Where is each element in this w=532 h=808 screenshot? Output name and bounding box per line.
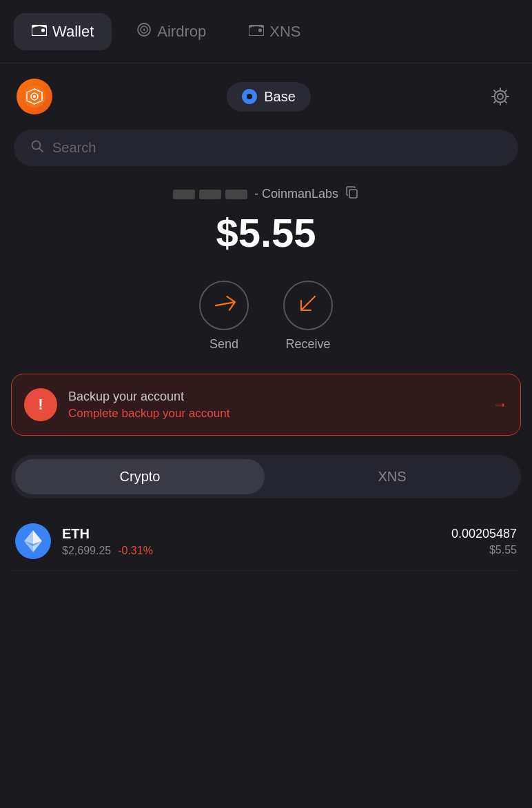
backup-arrow-icon: → — [493, 396, 508, 414]
address-block-3 — [225, 190, 247, 199]
top-nav: Wallet Airdrop XNS — [0, 0, 532, 63]
address-block-1 — [173, 190, 195, 199]
eth-value: $5.55 — [451, 544, 517, 556]
search-placeholder: Search — [52, 140, 96, 156]
xns-tab-label: XNS — [378, 469, 406, 484]
backup-title: Backup your account — [68, 390, 482, 404]
receive-label: Receive — [285, 337, 330, 352]
copy-icon[interactable] — [345, 185, 359, 203]
airdrop-icon — [136, 22, 152, 41]
tab-crypto[interactable]: Crypto — [15, 459, 265, 494]
crypto-tab-label: Crypto — [120, 469, 161, 484]
eth-amounts: 0.00205487 $5.55 — [451, 527, 517, 556]
backup-banner[interactable]: ! Backup your account Complete backup yo… — [11, 374, 521, 436]
xns-tab-label: XNS — [269, 23, 300, 41]
tab-xns-assets[interactable]: XNS — [267, 459, 517, 494]
wallet-icon — [32, 23, 47, 39]
address-block-2 — [199, 190, 221, 199]
search-icon — [30, 139, 44, 156]
network-indicator — [242, 89, 257, 104]
receive-circle — [283, 281, 333, 330]
svg-point-10 — [498, 94, 503, 99]
tab-airdrop[interactable]: Airdrop — [119, 12, 224, 50]
eth-change: -0.31% — [118, 545, 153, 557]
wallet-address — [173, 190, 247, 199]
eth-price-row: $2,699.25 -0.31% — [62, 545, 440, 557]
svg-rect-1 — [41, 29, 45, 32]
send-circle — [199, 281, 249, 330]
eth-balance: 0.00205487 — [451, 527, 517, 541]
eth-name: ETH — [62, 526, 440, 542]
eth-logo — [15, 523, 51, 559]
wallet-address-row: - CoinmanLabs — [14, 185, 518, 203]
wallet-info: - CoinmanLabs $5.55 — [0, 179, 532, 274]
header-row: Base — [0, 63, 532, 130]
svg-point-11 — [495, 91, 507, 103]
send-label: Send — [209, 337, 238, 352]
airdrop-tab-label: Airdrop — [157, 23, 206, 41]
svg-rect-6 — [258, 29, 262, 32]
search-container: Search — [0, 130, 532, 179]
wallet-balance: $5.55 — [14, 210, 518, 256]
svg-point-9 — [33, 95, 36, 98]
wallet-name: - CoinmanLabs — [254, 187, 338, 201]
tab-xns[interactable]: XNS — [231, 13, 318, 50]
network-name: Base — [264, 89, 296, 105]
receive-icon — [298, 294, 318, 318]
send-icon — [209, 290, 238, 321]
svg-point-4 — [143, 29, 145, 31]
svg-rect-13 — [349, 190, 357, 198]
eth-info: ETH $2,699.25 -0.31% — [62, 526, 440, 557]
receive-button[interactable]: Receive — [283, 281, 333, 352]
coin-list: ETH $2,699.25 -0.31% 0.00205487 $5.55 — [0, 512, 532, 571]
network-badge[interactable]: Base — [227, 82, 311, 112]
action-buttons: Send Receive — [0, 274, 532, 368]
search-bar[interactable]: Search — [14, 130, 518, 166]
settings-button[interactable] — [485, 81, 515, 112]
eth-price: $2,699.25 — [62, 545, 111, 557]
send-button[interactable]: Send — [199, 281, 249, 352]
avatar[interactable] — [17, 79, 52, 114]
tab-wallet[interactable]: Wallet — [14, 13, 112, 50]
backup-text: Backup your account Complete backup your… — [68, 390, 482, 421]
backup-warning-icon: ! — [24, 388, 57, 421]
asset-tab-row: Crypto XNS — [11, 455, 521, 498]
wallet-tab-label: Wallet — [52, 23, 94, 41]
xns-icon — [249, 23, 264, 39]
table-row[interactable]: ETH $2,699.25 -0.31% 0.00205487 $5.55 — [11, 512, 521, 571]
backup-subtitle: Complete backup your account — [68, 407, 482, 421]
